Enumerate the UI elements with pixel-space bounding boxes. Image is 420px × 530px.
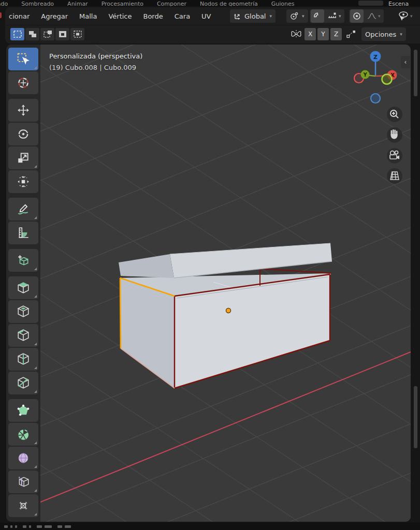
overlays-popover[interactable]: ▾	[395, 9, 415, 23]
box-object[interactable]	[119, 243, 332, 388]
viewport-canvas[interactable]: Y X Z	[40, 45, 411, 522]
snap-toggle-button[interactable]	[311, 9, 324, 23]
right-region-edge	[411, 45, 420, 522]
tool-measure[interactable]	[8, 222, 38, 244]
menu-select[interactable]: cionar	[5, 12, 35, 20]
chevron-down-icon: ▾	[410, 13, 413, 19]
menu-mesh[interactable]: Malla	[74, 12, 103, 20]
tool-rotate[interactable]	[8, 123, 38, 145]
select-mode-set[interactable]	[10, 28, 24, 40]
view-name-label: Personalizada (perspectiva)	[49, 51, 142, 62]
box-lid[interactable]	[119, 243, 332, 278]
select-mode-extend[interactable]	[25, 28, 39, 40]
tool-knife[interactable]	[8, 372, 38, 394]
chevron-down-icon: ▾	[269, 13, 272, 19]
tool-extrude-region[interactable]	[8, 276, 38, 299]
face-center-dot[interactable]	[226, 308, 231, 313]
mirror-y-toggle[interactable]: Y	[317, 28, 329, 40]
transform-orientation-dropdown[interactable]: Global ▾	[230, 9, 276, 23]
menu-vertex[interactable]: Vértice	[103, 12, 137, 20]
gizmo-minus-y[interactable]	[382, 75, 392, 84]
grid-button[interactable]	[387, 168, 402, 184]
snap-magnet-icon	[313, 11, 322, 21]
options-dropdown[interactable]: Opciones ▾	[361, 27, 406, 41]
falloff-curve-icon	[367, 11, 377, 21]
tool-cursor[interactable]	[8, 71, 38, 94]
status-bar	[0, 523, 420, 530]
chevron-down-icon: ▾	[378, 13, 381, 19]
snap-with-dropdown[interactable]: ▾	[325, 9, 343, 23]
orientation-value: Global	[244, 12, 266, 20]
tool-smooth[interactable]	[8, 447, 38, 469]
tool-loop-cut[interactable]	[8, 348, 38, 371]
workspace-tab[interactable]: Componer	[157, 1, 186, 6]
snap-increment-icon	[327, 11, 338, 21]
tool-transform[interactable]	[8, 170, 38, 193]
scene-selector[interactable]: Escena	[388, 1, 409, 6]
x-axis-line	[40, 352, 411, 502]
transform-orientation-icon	[234, 12, 242, 20]
viewport-overlay-text: Personalizada (perspectiva) (19) Cubo.00…	[49, 51, 142, 73]
3d-viewport[interactable]: Y X Z	[6, 45, 411, 522]
select-mode-intersect[interactable]	[70, 28, 84, 40]
mesh-mirror-button[interactable]	[288, 27, 305, 41]
tool-poly-build[interactable]	[8, 399, 38, 422]
pivot-point-dropdown[interactable]: ▾	[286, 9, 308, 23]
mirror-x-toggle[interactable]: X	[305, 28, 316, 40]
svg-text:Z: Z	[373, 54, 378, 61]
active-object-label: (19) Cubo.008 | Cubo.009	[49, 62, 142, 73]
proportional-editing-icon	[352, 11, 361, 21]
workspace-tab[interactable]: Sombreado	[21, 1, 54, 6]
camera-button[interactable]	[387, 148, 402, 164]
mesh-symmetry-button[interactable]	[343, 27, 359, 41]
proportional-group: ▾	[349, 9, 384, 23]
blender-window: Pintado Sombreado Animar Procesamiento C…	[0, 0, 420, 530]
zoom-button[interactable]	[387, 107, 402, 122]
sidebar-toggle[interactable]: ‹	[401, 56, 410, 68]
workspace-tab[interactable]: Guiones	[271, 1, 295, 6]
chevron-down-icon: ▾	[400, 32, 402, 37]
mesh-symmetry-icon	[345, 29, 357, 39]
snapping-group: ▾	[310, 9, 344, 23]
workspace-tab[interactable]: Procesamiento	[102, 1, 143, 6]
chevron-left-icon: ‹	[404, 58, 407, 66]
mirror-butterfly-icon	[290, 29, 302, 39]
scrollbar-thumb[interactable]	[414, 50, 417, 96]
pan-button[interactable]	[387, 127, 402, 143]
options-label: Opciones	[365, 31, 396, 38]
scene-icon[interactable]	[358, 1, 383, 6]
tool-inset-faces[interactable]	[8, 300, 38, 323]
mirror-z-toggle[interactable]: Z	[330, 28, 342, 40]
toolbar-scroll-indicator[interactable]: ⌄	[21, 519, 25, 522]
navigation-gizmo[interactable]: Y X Z	[354, 51, 397, 104]
select-mode-invert[interactable]	[55, 28, 69, 40]
falloff-dropdown[interactable]: ▾	[365, 9, 383, 23]
workspace-tab[interactable]: Animar	[67, 1, 88, 6]
select-mode-subtract[interactable]	[40, 28, 54, 40]
proportional-edit-toggle[interactable]	[350, 9, 364, 23]
workspace-tab[interactable]: Pintado	[0, 1, 8, 6]
workspace-tab[interactable]: Nodos de geometría	[200, 1, 258, 6]
nav-buttons	[387, 107, 402, 184]
visibility-eye-icon	[397, 11, 409, 21]
menu-add[interactable]: Agregar	[35, 12, 74, 20]
tool-move[interactable]	[8, 99, 38, 122]
tool-spin[interactable]	[8, 423, 38, 446]
tool-select-box[interactable]	[8, 48, 38, 70]
tool-bevel[interactable]	[8, 324, 38, 347]
viewport-header: cionar Agregar Malla Vértice Borde Cara …	[5, 7, 420, 43]
workspace-tab-strip: Pintado Sombreado Animar Procesamiento C…	[0, 0, 420, 6]
scrollbar-thumb[interactable]	[414, 386, 417, 448]
menu-uv[interactable]: UV	[196, 12, 216, 20]
tool-annotate[interactable]	[8, 198, 38, 220]
pivot-point-icon	[290, 12, 298, 20]
tool-add-cube[interactable]	[8, 249, 38, 272]
menu-edge[interactable]: Borde	[138, 12, 169, 20]
tool-edge-slide[interactable]	[8, 470, 38, 493]
tool-shrink-fatten[interactable]	[8, 494, 38, 517]
tool-shelf: ⌄	[6, 45, 40, 522]
menu-face[interactable]: Cara	[169, 12, 196, 20]
clipped-icon	[0, 12, 2, 18]
gizmo-minus-z[interactable]	[371, 94, 380, 103]
tool-scale[interactable]	[8, 146, 38, 169]
